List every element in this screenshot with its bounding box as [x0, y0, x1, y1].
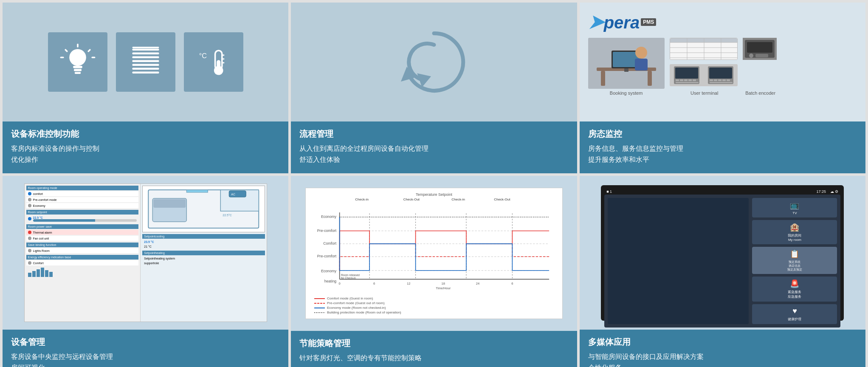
eq-dot-lights — [28, 249, 31, 252]
eq-bar-chart — [26, 266, 139, 277]
card3-desc-line2: 提升服务效率和水平 — [588, 154, 857, 165]
tv-menu-emergency[interactable]: 🚨 紧急服务应急服务 — [752, 277, 837, 302]
card6-title: 多媒体应用 — [588, 336, 857, 348]
eq-dot-fancoil — [28, 237, 31, 240]
eq-label-comfort2: Comfort — [33, 262, 44, 265]
svg-rect-9 — [132, 49, 159, 51]
eq-left-panel: Room operating mode comfort Pre-comfort … — [25, 184, 141, 322]
user-terminal-label: User terminal — [671, 90, 738, 96]
eq-header-left: Room operating mode — [26, 186, 139, 190]
main-grid: °C 设备标准控制功能 客房内标准设备的操作与控制 优化操作 — [0, 0, 868, 367]
svg-rect-10 — [132, 53, 159, 55]
card3-title: 房态监控 — [588, 128, 857, 140]
eq-label-thermal: Thermal alarm — [33, 231, 52, 234]
tv-channel-info: ■ 1 — [606, 189, 612, 194]
card2-image — [291, 3, 577, 121]
eq-label-fancoil: Fan coil unit — [33, 237, 49, 240]
eq-setpoint-controls: 22.5 °C — [33, 216, 137, 222]
legend-economy-label: Economy mode (Room not checked-in) — [327, 306, 386, 310]
card5-text: 节能策略管理 针对客房灯光、空调的专有节能控制策略 — [291, 331, 577, 367]
legend-precomfort: Pre-comfort mode (Guest out of room) — [314, 301, 554, 305]
terminal-image — [670, 64, 738, 86]
card3-text: 房态监控 房务信息、服务信息监控与管理 提升服务效率和水平 — [580, 121, 865, 173]
svg-rect-57 — [714, 79, 717, 81]
svg-rect-55 — [709, 68, 732, 79]
card5-title: 节能策略管理 — [299, 338, 568, 349]
svg-text:for Check-in: for Check-in — [341, 277, 356, 279]
card2-desc-line2: 舒适入住体验 — [299, 154, 568, 165]
svg-rect-61 — [710, 82, 733, 83]
eq-slider[interactable] — [33, 219, 137, 222]
eq-item-comfort: comfort — [26, 191, 139, 196]
card4-image: Room operating mode comfort Pre-comfort … — [3, 176, 288, 330]
svg-point-65 — [749, 54, 753, 58]
svg-rect-29 — [648, 71, 652, 86]
card2-title: 流程管理 — [299, 128, 568, 140]
eq-header-setpoint2: Setpointheating — [142, 251, 265, 255]
chart-svg-container: Economy Pre-comfort Comfort Pre-comfort … — [314, 203, 554, 295]
eq-heating-value: Setpointheating system — [142, 256, 265, 261]
svg-rect-3 — [74, 72, 80, 74]
tv-screen: ■ 1 17:25 ☁ ⚙ 📺 T — [601, 185, 844, 321]
svg-rect-1 — [73, 66, 82, 68]
eq-dot-comfort2 — [28, 261, 31, 265]
card1-image: °C — [3, 3, 288, 121]
eq-label-lights: Lights Room — [33, 249, 50, 252]
card6-image: ■ 1 17:25 ☁ ⚙ 📺 T — [580, 176, 865, 330]
svg-rect-59 — [722, 79, 726, 81]
svg-rect-16 — [132, 47, 159, 48]
card6-desc-line2: 个性化服务 — [588, 362, 857, 367]
svg-rect-52 — [693, 79, 696, 81]
batch-encoder-group — [743, 38, 777, 60]
equipment-management-screenshot: Room operating mode comfort Pre-comfort … — [24, 184, 267, 322]
tv-menu-tv[interactable]: 📺 TV — [752, 198, 837, 217]
spreadsheet-illustration — [670, 38, 738, 60]
legend-building-label: Building protection mode (Room out of op… — [327, 311, 401, 314]
svg-point-20 — [214, 66, 223, 75]
tv-menu-health-icon: ♥ — [792, 307, 797, 316]
card4-title: 设备管理 — [11, 336, 280, 348]
tv-menu-myroom[interactable]: 🏨 我的房间My room — [752, 220, 837, 244]
room-visualization: AC 22.5°C — [142, 186, 265, 232]
svg-rect-60 — [727, 79, 730, 81]
card6-desc-line1: 与智能房间设备的接口及应用解决方案 — [588, 351, 857, 362]
card-room-status: ➤pera PMS — [580, 3, 865, 173]
blinds-icon — [127, 43, 165, 81]
icon-group: °C — [35, 20, 256, 104]
eq-setpoint-row: 22.5 °C — [26, 215, 139, 223]
svg-text:12: 12 — [407, 282, 410, 285]
eq-bar-6 — [49, 272, 53, 277]
opera-arrow-char: ➤ — [588, 11, 604, 32]
card2-desc-line1: 从入住到离店的全过程房间设备自动化管理 — [299, 143, 568, 154]
lightbulb-icon — [59, 43, 97, 81]
eq-dot-thermal — [28, 231, 31, 234]
tv-menu-health[interactable]: ♥ 健康护理 — [752, 304, 837, 324]
svg-rect-2 — [74, 69, 82, 71]
card4-text: 设备管理 客房设备中央监控与远程设备管理 房间可视化 — [3, 330, 288, 367]
batch-encoder-label: Batch encoder — [744, 90, 778, 96]
svg-text:22.5°C: 22.5°C — [223, 214, 232, 217]
person-desk-illustration — [588, 38, 665, 89]
svg-rect-14 — [132, 68, 159, 70]
svg-text:6: 6 — [373, 282, 375, 285]
svg-text:6: 6 — [511, 282, 513, 285]
lightbulb-icon-box — [48, 32, 107, 92]
svg-rect-48 — [676, 79, 679, 81]
svg-rect-49 — [680, 79, 683, 81]
svg-rect-13 — [132, 64, 159, 66]
pms-labels-row: Booking system User terminal Batch encod… — [588, 90, 778, 96]
terminal-illustration — [670, 64, 738, 86]
card3-image: ➤pera PMS — [580, 3, 865, 121]
tv-menu-booking[interactable]: 📋 预定系统酒店信息预定及预定 — [752, 247, 837, 274]
tv-menu-emergency-icon: 🚨 — [790, 279, 799, 288]
eq-heating-label: supportrole — [144, 262, 159, 265]
tv-sidebar-menu: 📺 TV 🏨 我的房间My room 📋 预定系统酒店信息预定及预定 — [752, 198, 837, 324]
svg-rect-15 — [132, 72, 159, 74]
energy-chart-svg: Economy Pre-comfort Comfort Pre-comfort … — [314, 203, 554, 295]
svg-text:Time/Hour: Time/Hour — [436, 286, 451, 290]
card4-desc-line2: 房间可视化 — [11, 362, 280, 367]
eq-label-comfort: comfort — [33, 192, 43, 195]
svg-rect-32 — [624, 68, 628, 72]
eq-bar-5 — [45, 270, 48, 277]
chart-legend: Comfort mode (Guest in room) Pre-comfort… — [310, 296, 558, 314]
